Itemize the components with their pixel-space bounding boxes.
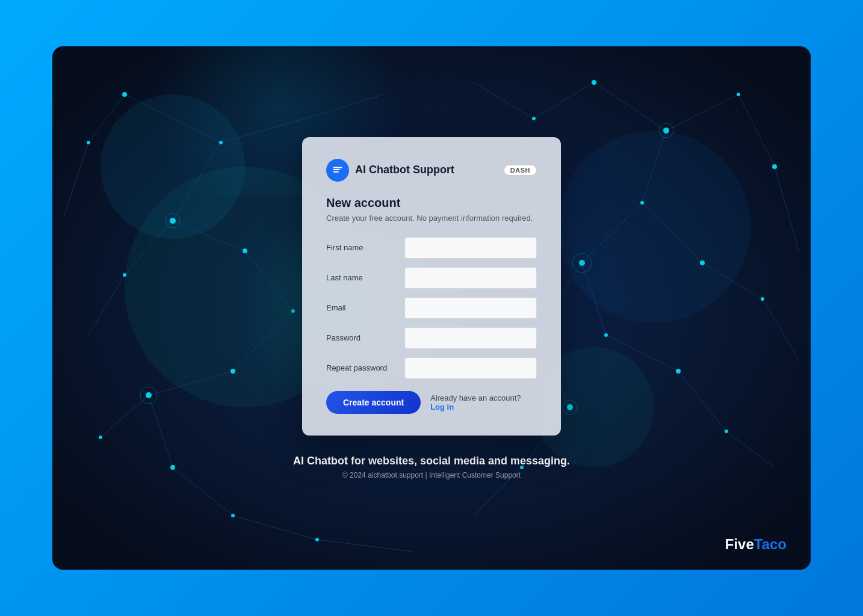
svg-point-41 bbox=[122, 92, 127, 97]
signup-card: AI Chatbot Support DASH New account Crea… bbox=[302, 137, 561, 436]
repeat-password-row: Repeat password bbox=[326, 357, 537, 379]
svg-point-54 bbox=[663, 128, 669, 134]
create-account-button[interactable]: Create account bbox=[326, 391, 421, 414]
repeat-password-input[interactable] bbox=[404, 357, 537, 379]
card-header: AI Chatbot Support DASH bbox=[326, 159, 537, 182]
footer-tagline: AI Chatbot for websites, social media an… bbox=[293, 455, 570, 467]
watermark-five: Five bbox=[725, 536, 754, 552]
password-label: Password bbox=[326, 333, 404, 342]
first-name-row: First name bbox=[326, 237, 537, 259]
logo-icon bbox=[326, 159, 349, 182]
watermark-taco: Taco bbox=[754, 536, 787, 552]
last-name-input[interactable] bbox=[404, 267, 537, 289]
content-area: AI Chatbot Support DASH New account Crea… bbox=[52, 137, 811, 479]
last-name-row: Last name bbox=[326, 267, 537, 289]
svg-point-55 bbox=[737, 93, 740, 96]
password-input[interactable] bbox=[404, 327, 537, 349]
last-name-label: Last name bbox=[326, 273, 404, 282]
email-label: Email bbox=[326, 303, 404, 312]
email-input[interactable] bbox=[404, 297, 537, 319]
footer-copyright: © 2024 aichatbot.support | Intelligent C… bbox=[293, 471, 570, 479]
login-link[interactable]: Log in bbox=[430, 402, 454, 411]
first-name-input[interactable] bbox=[404, 237, 537, 259]
form-actions: Create account Already have an account? … bbox=[326, 391, 537, 414]
svg-point-68 bbox=[315, 538, 319, 541]
dash-badge: DASH bbox=[504, 165, 537, 176]
svg-point-53 bbox=[592, 80, 596, 85]
app-title: AI Chatbot Support bbox=[355, 164, 498, 176]
password-row: Password bbox=[326, 327, 537, 349]
email-row: Email bbox=[326, 297, 537, 319]
repeat-password-label: Repeat password bbox=[326, 363, 404, 372]
first-name-label: First name bbox=[326, 243, 404, 252]
svg-point-67 bbox=[532, 117, 536, 120]
form-heading: New account bbox=[326, 196, 537, 210]
footer-area: AI Chatbot for websites, social media an… bbox=[293, 455, 570, 479]
form-subtitle: Create your free account. No payment inf… bbox=[326, 214, 537, 223]
login-prompt: Already have an account? Log in bbox=[430, 393, 537, 411]
main-frame: AI Chatbot Support DASH New account Crea… bbox=[52, 46, 811, 570]
watermark: FiveTaco bbox=[725, 536, 787, 553]
svg-point-52 bbox=[231, 514, 235, 517]
